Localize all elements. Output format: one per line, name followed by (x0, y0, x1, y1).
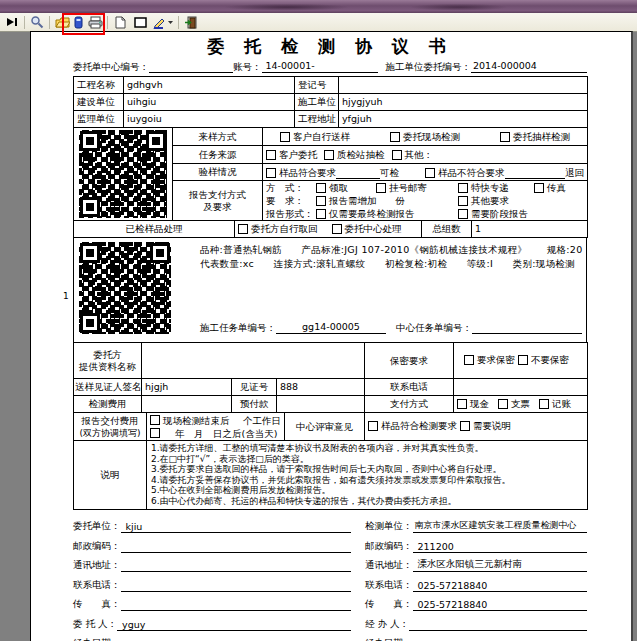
option-label: 传真 (547, 181, 566, 194)
toolbar (0, 13, 637, 32)
qr-cell (74, 128, 173, 221)
register-no-label: 登记号 (295, 77, 339, 94)
qr-code (79, 130, 167, 218)
secrecy-label: 保密要求 (365, 343, 454, 379)
supervisor-unit-label: 监理单位 (74, 111, 124, 128)
client-phone-label: 联系电话： (73, 579, 121, 592)
register-no-value (339, 77, 588, 94)
rectangle-icon (134, 17, 147, 28)
option-label: 客户委托 (279, 149, 317, 161)
last-page-icon (5, 15, 19, 29)
note-line: 5.中心在收到全部检测费用后发放检测报告。 (151, 485, 583, 496)
single-page-button[interactable] (110, 14, 130, 30)
checkbox (392, 150, 402, 160)
option-label: 报告需增加 份 (329, 194, 405, 207)
zoom-button[interactable] (27, 14, 47, 30)
witness-sign-label: 送样见证人签名 (74, 379, 142, 396)
exit-door-icon (184, 16, 198, 29)
test-fax-label: 传 真： (365, 598, 413, 611)
test-fee-value (142, 396, 232, 413)
page-title: 委 托 检 测 协 议 书 (73, 40, 587, 52)
sample-box: 1 品种:普通热轧钢筋 产品标准:JGJ 107-2010《钢筋机械连接技术规程… (73, 237, 587, 343)
edit-button[interactable] (150, 14, 176, 30)
page-setup-button[interactable] (130, 14, 150, 30)
option-label: 个工作日 (243, 414, 281, 427)
options-table: 来样方式 客户自行送样 委托现场检测 委托抽样检测 任务来源 客户委托 质检站抽… (73, 127, 588, 221)
client-person-label: 委 托 人： (73, 618, 117, 631)
checkbox (316, 196, 326, 206)
test-address-label: 通讯地址： (365, 559, 413, 572)
action-highlight-box (62, 13, 105, 35)
checkbox (368, 421, 378, 431)
option-label: 不要保密 (531, 353, 569, 367)
prepay-value (277, 396, 365, 413)
test-unit-value: 南京市溧水区建筑安装工程质量检测中心 (413, 519, 588, 533)
signature-footer: 委托单位：kjiu 邮政编码： 通讯地址： 联系电话： 传 真： 委 托 人：y… (73, 514, 587, 641)
construct-task-value: gg14-00005 (276, 321, 386, 334)
note-line: 2.在□中打“√”，表示选择□后的类容。 (151, 454, 583, 465)
builder-no-value: 2014-000004 (471, 60, 587, 73)
checkbox (324, 150, 334, 160)
witness-sign-value: hjgjh (142, 379, 232, 396)
option-label: 样品符合要求 (279, 167, 336, 179)
construct-unit-value: hjygjyuh (339, 94, 588, 111)
option-label: 可检 (380, 167, 399, 179)
window-titlebar (0, 0, 637, 13)
test-fax-value: 025-57218840 (413, 599, 588, 611)
toolbar-separator (24, 16, 25, 29)
checkbox (316, 183, 326, 193)
client-unit-value: kjiu (121, 521, 352, 533)
test-address-value: 溧水区永阳镇三元新村南 (413, 558, 588, 572)
note-line: 4.请委托方妥善保存协议书，并凭此索取报告，如有遗失须持发票或发票复印件索取报告… (151, 475, 583, 486)
pay-method-label: 支付方式 (365, 396, 454, 413)
option-label: 现场检测结束后 (163, 414, 230, 427)
dropdown-arrow-icon (167, 19, 174, 25)
client-phone-value (121, 591, 352, 592)
magnifier-icon (30, 15, 44, 29)
client-fax-value (121, 610, 352, 611)
blank-line (472, 321, 582, 334)
last-page-button[interactable] (2, 14, 22, 30)
option-label: 退回 (565, 167, 584, 179)
note-line: 3.委托方要求自选取回的样品，请于索取报告时间后七天内取回，否则中心将自行处理。 (151, 464, 583, 475)
sampling-mode-label: 来样方式 (173, 128, 263, 146)
client-person-value: yguy (117, 619, 351, 631)
checkbox (390, 132, 400, 142)
note-line: 1.请委托方详细、工整的填写清楚本协议书及附表的各项内容，并对其真实性负责。 (151, 443, 583, 454)
checkbox (150, 415, 160, 425)
option-label: 需要阶段报告 (471, 207, 528, 220)
materials-table: 委托方提供资料名称 保密要求 要求保密 不要保密 (73, 342, 588, 379)
option-label: 其他： (405, 149, 434, 161)
option-label: 委托方自行取回 (251, 223, 318, 235)
option-label: 记账 (552, 398, 571, 410)
center-review-label: 中心评审意见 (285, 413, 365, 441)
processed-sample-table: 已检样品处理 委托方自行取回 委托中心处理 总组数 1 (73, 220, 588, 238)
option-label: 支票 (511, 398, 530, 410)
task-source-label: 任务来源 (173, 146, 263, 164)
center-no-line (149, 60, 233, 73)
sample-description: 品种:普通热轧钢筋 产品标准:JGJ 107-2010《钢筋机械连接技术规程》 … (200, 243, 586, 270)
witness-no-value: 888 (277, 379, 365, 396)
test-fee-label: 检测费用 (74, 396, 142, 413)
client-unit-label: 委托单位： (73, 520, 121, 533)
page-icon (115, 16, 126, 29)
address-value: yfgjuh (339, 111, 588, 128)
client-zip-label: 邮政编码： (73, 540, 121, 553)
exit-button[interactable] (181, 14, 201, 30)
report-pay-label: 报告支付方式及要求 (173, 181, 263, 221)
test-phone-value: 025-57218840 (413, 580, 588, 592)
option-label: 要求保密 (477, 353, 515, 367)
option-label: 特快专递 (471, 181, 509, 194)
checkbox (458, 196, 468, 206)
blank-line (505, 166, 566, 179)
qr-code (79, 242, 171, 334)
checkbox (266, 150, 276, 160)
checkbox (458, 209, 468, 219)
note-line: 6.由中心代办邮寄、托运的样品和特快专递的报告，其代办费由委托方承担。 (151, 496, 583, 507)
center-task-label: 中心任务单编号： (396, 322, 472, 334)
test-phone-label: 联系电话： (365, 579, 413, 592)
checkbox (332, 224, 342, 234)
toolbar-separator (49, 16, 50, 29)
contact-phone-value (454, 379, 588, 396)
client-date-label: 经办日期： (73, 637, 121, 641)
